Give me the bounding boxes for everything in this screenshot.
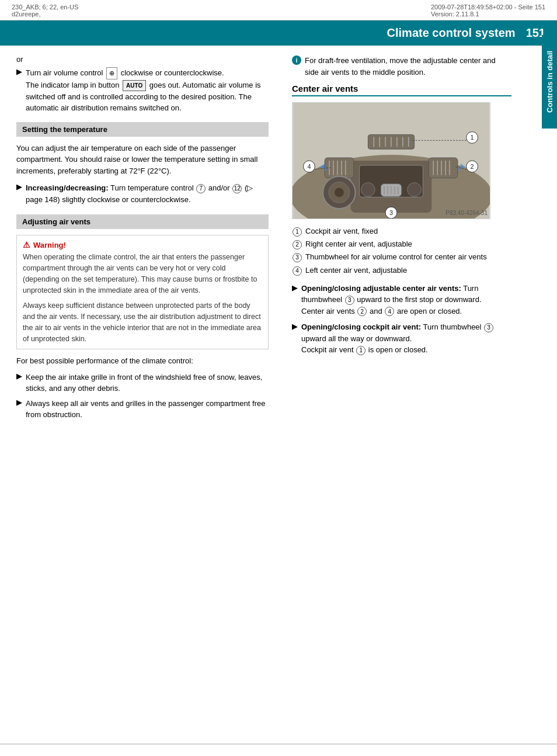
num-list-item-3: 3 Thumbwheel for air volume control for …: [292, 252, 511, 262]
action2-circle-3: 3: [484, 323, 493, 332]
image-label: P83.40-4264-31: [445, 210, 488, 216]
or-text: or: [16, 55, 269, 64]
header-left: 230_AKB; 6; 22, en-US d2ureepe,: [12, 4, 78, 18]
svg-point-4: [361, 183, 375, 197]
bullet-arrow-4: ▶: [16, 398, 22, 407]
svg-point-5: [408, 183, 422, 197]
chapter-banner: Climate control system 151: [0, 20, 557, 46]
bullet-arrow-3: ▶: [16, 372, 22, 380]
footer-line: [0, 744, 557, 744]
num-text-2: Right center air vent, adjustable: [305, 239, 412, 249]
bullet-air-intake: ▶ Keep the air intake grille in front of…: [16, 372, 269, 394]
action-2-text: Opening/closing cockpit air vent: Turn t…: [301, 321, 511, 356]
header-right: 2009-07-28T18:49:58+02:00 - Seite 151 Ve…: [431, 4, 545, 18]
warning-text-2: Always keep sufficient distance between …: [23, 300, 262, 344]
num-text-3: Thumbwheel for air volume control for ce…: [305, 252, 487, 262]
temperature-body: You can adjust the air temperature on ea…: [16, 143, 269, 177]
svg-text:4: 4: [307, 163, 311, 170]
num-list-item-1: 1 Cockpit air vent, fixed: [292, 226, 511, 237]
performance-intro: For best possible performance of the cli…: [16, 355, 269, 367]
num-list-item-4: 4 Left center air vent, adjustable: [292, 265, 511, 276]
bullet-1-text: Turn air volume control ⊕ clockwise or c…: [26, 67, 269, 114]
header-meta: 230_AKB; 6; 22, en-US d2ureepe, 2009-07-…: [0, 0, 557, 20]
num-text-4: Left center air vent, adjustable: [305, 265, 407, 276]
action-cockpit-vent: ▶ Opening/closing cockpit air vent: Turn…: [292, 321, 511, 356]
action1-circle-4: 4: [385, 307, 394, 316]
bullet-air-vents-free: ▶ Always keep all air vents and grilles …: [16, 398, 269, 421]
num-list-item-2: 2 Right center air vent, adjustable: [292, 239, 511, 249]
section-air-vents-heading: Adjusting air vents: [16, 214, 269, 229]
bullet-arrow-1: ▶: [16, 67, 22, 76]
circle-7: 7: [196, 184, 206, 193]
action-adjustable-vents: ▶ Opening/closing adjustable center air …: [292, 283, 511, 317]
volume-icon-box: ⊕: [106, 67, 117, 79]
num-circle-4: 4: [293, 266, 302, 276]
svg-text:2: 2: [471, 163, 474, 170]
warning-triangle-icon: ⚠: [23, 240, 30, 249]
bullet-arrow-action1: ▶: [292, 283, 298, 292]
num-text-1: Cockpit air vent, fixed: [305, 226, 378, 237]
increasing-label: Increasing/decreasing:: [26, 183, 109, 192]
action1-circle-2: 2: [357, 307, 367, 316]
svg-text:3: 3: [389, 209, 393, 216]
info-row: i For draft-free ventilation, move the a…: [292, 55, 511, 78]
right-column: i For draft-free ventilation, move the a…: [280, 46, 541, 434]
chapter-title: Climate control system: [387, 26, 516, 40]
bullet-arrow-action2: ▶: [292, 322, 298, 331]
warning-box: ⚠ Warning! When operating the climate co…: [16, 235, 269, 349]
action-1-text: Opening/closing adjustable center air ve…: [301, 283, 511, 317]
action1-circle-3: 3: [345, 296, 354, 305]
warning-title: ⚠ Warning!: [23, 240, 262, 249]
bullet-increasing: ▶ Increasing/decreasing: Turn temperatur…: [16, 182, 269, 205]
sub-text-indicator: The indicator lamp in button AUTO goes o…: [26, 81, 261, 113]
action2-circle-1: 1: [356, 346, 365, 355]
num-circle-3: 3: [293, 253, 302, 262]
info-icon: i: [292, 56, 301, 65]
bullet-arrow-2: ▶: [16, 182, 22, 191]
car-image: 1 2 3 4 P83.40-4264-31: [292, 102, 490, 219]
svg-text:1: 1: [471, 134, 474, 141]
center-air-vents-heading: Center air vents: [292, 84, 511, 96]
svg-point-44: [335, 188, 344, 197]
bullet-2-text: Increasing/decreasing: Turn temperature …: [26, 182, 269, 205]
sidebar-label: Controls in detail: [542, 35, 557, 129]
num-circle-1: 1: [293, 227, 302, 237]
action2-bold: Opening/closing cockpit air vent:: [301, 322, 421, 331]
main-content: or ▶ Turn air volume control ⊕ clockwise…: [0, 46, 557, 434]
car-dashboard-svg: 1 2 3 4: [293, 103, 490, 219]
num-circle-2: 2: [293, 240, 302, 249]
warning-text-1: When operating the climate control, the …: [23, 252, 262, 296]
action1-bold: Opening/closing adjustable center air ve…: [301, 284, 461, 293]
left-column: or ▶ Turn air volume control ⊕ clockwise…: [0, 46, 280, 434]
info-text: For draft-free ventilation, move the adj…: [305, 55, 511, 78]
bullet-4-text: Always keep all air vents and grilles in…: [26, 398, 269, 421]
circle-12: 12: [232, 184, 242, 193]
auto-button-icon: AUTO: [123, 80, 146, 91]
section-temperature-heading: Setting the temperature: [16, 122, 269, 137]
bullet-3-text: Keep the air intake grille in front of t…: [26, 372, 269, 394]
bullet-air-volume: ▶ Turn air volume control ⊕ clockwise or…: [16, 67, 269, 114]
